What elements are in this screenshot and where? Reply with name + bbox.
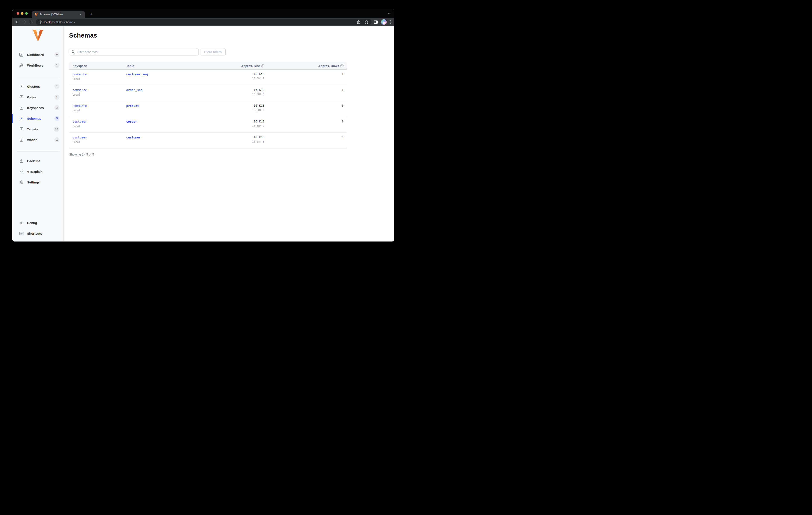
cluster-label: local — [72, 77, 126, 80]
count-badge: 5 — [54, 116, 59, 121]
new-tab-button[interactable]: + — [88, 11, 94, 17]
tab-search-chevron-icon[interactable] — [388, 12, 390, 14]
sidebar-item-settings[interactable]: Settings — [12, 178, 63, 186]
approx-rows-value: 1 — [264, 88, 344, 91]
fullscreen-window-button[interactable] — [25, 12, 28, 15]
sidebar-item-vtctlds[interactable]: V vtctlds 1 — [12, 135, 63, 144]
sidebar-item-label: VTExplain — [27, 170, 63, 173]
approx-rows-value: 0 — [264, 135, 344, 139]
vtctlds-icon: V — [20, 138, 23, 142]
keyspace-link[interactable]: commerce — [72, 104, 87, 108]
profile-avatar[interactable] — [381, 19, 386, 25]
column-header-approx-rows: Approx. Rows ? — [264, 64, 344, 67]
browser-window: Schemas | VTAdmin ✕ + localhost:3000/sch… — [12, 9, 394, 242]
close-window-button[interactable] — [17, 12, 19, 15]
wrench-icon — [19, 63, 24, 67]
table-link[interactable]: customer_seq — [126, 73, 148, 76]
table-link[interactable]: order_seq — [126, 88, 142, 92]
approx-size-value: 16 KiB — [208, 120, 264, 123]
vitess-favicon — [34, 13, 38, 16]
address-bar[interactable]: localhost:3000/schemas — [36, 19, 372, 25]
sidebar-item-debug[interactable]: Debug — [12, 218, 63, 227]
browser-menu-icon[interactable] — [390, 20, 392, 24]
count-badge: 3 — [54, 105, 59, 110]
approx-size-value: 16 KiB — [208, 104, 264, 107]
sidebar-item-backups[interactable]: Backups — [12, 157, 63, 165]
forward-button[interactable] — [22, 21, 26, 24]
table-row: commerce local customer_seq 16 KiB 16,38… — [69, 70, 347, 85]
help-icon[interactable]: ? — [340, 64, 344, 67]
sidebar-divider — [17, 151, 59, 152]
approx-rows-value: 0 — [264, 104, 344, 107]
dashboard-chart-icon — [19, 53, 24, 57]
url-path: :3000/schemas — [55, 21, 75, 24]
minimize-window-button[interactable] — [21, 12, 24, 15]
help-icon[interactable]: ? — [261, 64, 264, 67]
side-panel-icon[interactable] — [374, 21, 378, 24]
sidebar-item-label: Settings — [27, 181, 63, 184]
size-bytes-value: 16,384 B — [208, 140, 264, 143]
sidebar-item-clusters[interactable]: R Clusters 1 — [12, 82, 63, 91]
count-badge: 1 — [54, 137, 59, 142]
sidebar-item-label: Debug — [27, 221, 63, 225]
sidebar-item-tablets[interactable]: T Tablets 12 — [12, 125, 63, 133]
filter-row: Clear filters — [69, 48, 394, 55]
sidebar-footer-nav: Debug Shortcuts — [12, 218, 63, 242]
sidebar-item-gates[interactable]: G Gates 1 — [12, 93, 63, 101]
site-info-icon[interactable] — [39, 21, 42, 24]
browser-tab[interactable]: Schemas | VTAdmin ✕ — [32, 11, 85, 18]
tab-strip: Schemas | VTAdmin ✕ + — [12, 9, 394, 18]
table-row: customer local customer 16 KiB 16,384 B — [69, 133, 347, 148]
table-link[interactable]: product — [126, 104, 139, 108]
table-header: Keyspace Table Approx. Size ? Approx. Ro… — [69, 62, 347, 70]
cluster-label: local — [72, 93, 126, 96]
browser-toolbar: localhost:3000/schemas — [12, 18, 394, 26]
cluster-label: local — [72, 141, 126, 143]
page-title: Schemas — [69, 32, 394, 39]
table-row: customer local corder 16 KiB 16,384 B — [69, 117, 347, 133]
count-badge: 12 — [54, 127, 59, 132]
sidebar-item-shortcuts[interactable]: Shortcuts — [12, 229, 63, 238]
bookmark-star-icon[interactable] — [365, 20, 369, 24]
url-text: localhost:3000/schemas — [44, 21, 75, 24]
approx-rows-value: 1 — [264, 72, 344, 76]
count-badge: 1 — [54, 84, 59, 89]
share-icon[interactable] — [357, 20, 360, 24]
keyspace-link[interactable]: commerce — [72, 73, 87, 76]
keyspace-link[interactable]: customer — [72, 136, 87, 139]
gates-icon: G — [20, 96, 23, 99]
url-host: localhost — [44, 21, 55, 24]
vitess-logo — [33, 30, 43, 40]
count-badge: 1 — [54, 63, 59, 68]
sidebar-item-label: Keyspaces — [27, 106, 54, 110]
table-link[interactable]: customer — [126, 136, 141, 139]
sidebar-item-schemas[interactable]: S Schemas 5 — [12, 114, 63, 123]
sidebar-item-label: Clusters — [27, 85, 54, 88]
gear-icon — [19, 180, 24, 184]
sidebar-item-label: Tablets — [27, 127, 54, 131]
sidebar-nav: Dashboard 0 Workflows 1 R Clusters 1 — [12, 50, 63, 189]
table-body: commerce local customer_seq 16 KiB 16,38… — [69, 70, 347, 148]
clear-filters-button[interactable]: Clear filters — [200, 48, 226, 55]
keyboard-icon — [19, 232, 24, 235]
sidebar-item-workflows[interactable]: Workflows 1 — [12, 61, 63, 70]
keyspace-link[interactable]: commerce — [72, 88, 87, 92]
sidebar-item-keyspaces[interactable]: K Keyspaces 3 — [12, 104, 63, 112]
size-bytes-value: 16,384 B — [208, 77, 264, 80]
result-count-text: Showing 1 - 5 of 5 — [69, 153, 394, 156]
keyspace-link[interactable]: customer — [72, 120, 87, 123]
app-content: Dashboard 0 Workflows 1 R Clusters 1 — [12, 26, 394, 242]
traffic-lights — [17, 12, 28, 15]
sidebar-item-dashboard[interactable]: Dashboard 0 — [12, 50, 63, 59]
reload-button[interactable] — [29, 20, 33, 24]
back-button[interactable] — [16, 21, 19, 24]
table-link[interactable]: corder — [126, 120, 137, 123]
download-icon — [19, 159, 24, 163]
tab-close-icon[interactable]: ✕ — [79, 12, 82, 16]
filter-schemas-input[interactable] — [69, 48, 199, 55]
count-badge: 0 — [54, 52, 59, 57]
column-header-approx-size: Approx. Size ? — [208, 64, 264, 67]
search-icon — [71, 50, 75, 54]
sidebar-item-vtexplain[interactable]: VTExplain — [12, 167, 63, 176]
table-row: commerce local product 16 KiB 16,384 B — [69, 101, 347, 117]
